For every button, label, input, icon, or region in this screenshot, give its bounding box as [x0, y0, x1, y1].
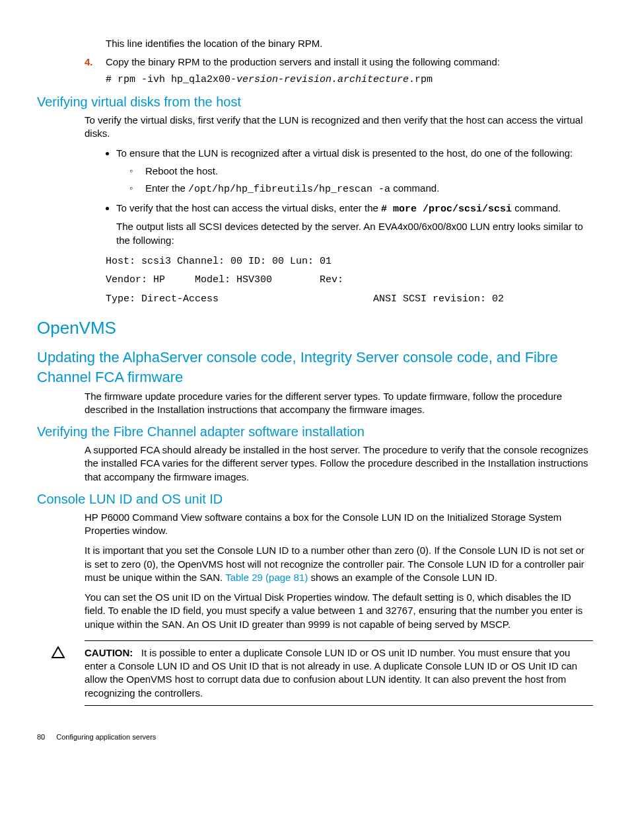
- verify-vd-b2-post: command.: [512, 202, 561, 213]
- verify-vd-b2-p2: The output lists all SCSI devices detect…: [116, 220, 593, 247]
- step-4: 4. Copy the binary RPM to the production…: [85, 56, 593, 87]
- step-4-cmd-pre: # rpm -ivh hp_qla2x00-: [106, 74, 236, 85]
- heading-console-lun: Console LUN ID and OS unit ID: [37, 490, 593, 508]
- caution-icon: [52, 645, 65, 663]
- verify-vd-b2: To verify that the host can access the v…: [116, 202, 593, 247]
- verify-vd-list: To ensure that the LUN is recognized aft…: [103, 147, 593, 247]
- verify-vd-b1b-cmd: /opt/hp/hp_fibreutils/hp_rescan -a: [188, 184, 390, 195]
- step-4-marker: 4.: [85, 56, 93, 69]
- step-4-cmd-italic: version-revision.architecture: [236, 74, 409, 85]
- console-p1: HP P6000 Command View software contains …: [85, 511, 593, 538]
- caution-label: CAUTION:: [85, 647, 133, 658]
- verify-vd-b2-cmd: # more /proc/scsi/scsi: [381, 204, 512, 215]
- intro-step: This line identifies the location of the…: [85, 37, 593, 50]
- console-p2-post: shows an example of the Console LUN ID.: [308, 572, 497, 583]
- page-footer: 80 Configuring application servers: [37, 732, 593, 742]
- intro-text: This line identifies the location of the…: [106, 38, 323, 49]
- verify-vd-b1-text: To ensure that the LUN is recognized aft…: [116, 147, 573, 159]
- verify-vd-p1: To verify the virtual disks, first verif…: [85, 114, 593, 141]
- heading-alpha: Updating the AlphaServer console code, I…: [37, 348, 593, 387]
- verify-vd-b1b-post: command.: [390, 182, 439, 194]
- verify-vd-b1b: Enter the /opt/hp/hp_fibreutils/hp_resca…: [129, 182, 593, 196]
- svg-marker-0: [52, 647, 64, 658]
- verify-vd-code: Host: scsi3 Channel: 00 ID: 00 Lun: 01 V…: [106, 252, 593, 309]
- verify-vd-b1b-pre: Enter the: [145, 182, 188, 194]
- heading-openvms: OpenVMS: [37, 317, 593, 340]
- caution-text: It is possible to enter a duplicate Cons…: [85, 647, 577, 699]
- table-29-link[interactable]: Table 29 (page 81): [225, 572, 308, 583]
- verify-vd-b1a: Reboot the host.: [129, 165, 593, 178]
- verify-fc-p1: A supported FCA should already be instal…: [85, 443, 593, 484]
- footer-title: Configuring application servers: [56, 733, 156, 741]
- heading-verify-fc: Verifying the Fibre Channel adapter soft…: [37, 423, 593, 441]
- verify-vd-b2-pre: To verify that the host can access the v…: [116, 202, 381, 213]
- step-4-cmd-post: .rpm: [409, 74, 433, 85]
- verify-vd-sublist: Reboot the host. Enter the /opt/hp/hp_fi…: [129, 165, 593, 197]
- console-p2: It is important that you set the Console…: [85, 544, 593, 584]
- caution-block: CAUTION: It is possible to enter a dupli…: [85, 640, 593, 706]
- alpha-p1: The firmware update procedure varies for…: [85, 390, 593, 417]
- page-number: 80: [37, 733, 45, 741]
- heading-verify-vd: Verifying virtual disks from the host: [37, 93, 593, 111]
- verify-vd-b1: To ensure that the LUN is recognized aft…: [116, 147, 593, 196]
- verify-vd-b1a-text: Reboot the host.: [145, 165, 218, 176]
- console-p3: You can set the OS unit ID on the Virtua…: [85, 591, 593, 631]
- step-4-text: Copy the binary RPM to the production se…: [106, 56, 500, 67]
